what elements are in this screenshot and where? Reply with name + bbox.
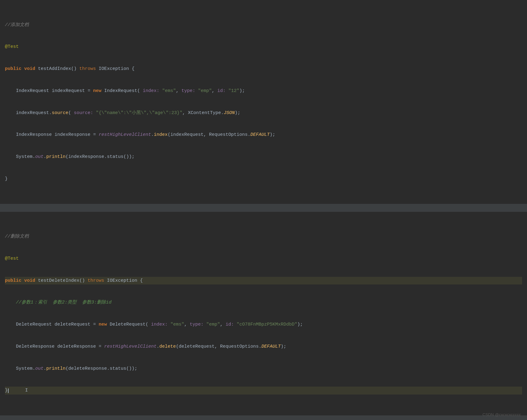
line-delete-comment: //删除文档 [5,233,522,240]
separator-2 [0,418,527,420]
comment-text: //添加文档 [5,22,29,28]
line-annotation: @Test [5,43,522,51]
watermark: CSDN @cxcxcxccccc [483,412,521,417]
line-delete-annotation: @Test [5,255,522,262]
line-param-comment: //参数1：索引 参数2:类型 参数3:删除id [5,299,522,306]
line-delete-resp: DeleteResponse deleteResponse = restHigh… [5,343,522,350]
annotation-text: @Test [5,44,19,49]
add-doc-code: //添加文档 @Test public void testAddIndex() … [0,3,527,201]
line-delete-method-sig: public void testDeleteIndex() throws IOE… [5,277,522,284]
line-source: indexRequest.source( source: "{\"name\":… [5,109,522,117]
delete-doc-section: //删除文档 @Test public void testDeleteIndex… [0,212,527,418]
line-index-resp: IndexResponse indexResponse = restHighLe… [5,131,522,139]
add-doc-section: //添加文档 @Test public void testAddIndex() … [0,0,527,206]
line-delete-close: } I [5,387,522,394]
separator-1 [0,206,527,212]
delete-annotation-text: @Test [5,256,19,261]
delete-comment-text: //删除文档 [5,234,29,239]
line-println: System.out.println(indexResponse.status(… [5,153,522,161]
line-method-sig: public void testAddIndex() throws IOExce… [5,65,522,73]
line-delete-println: System.out.println(deleteResponse.status… [5,365,522,372]
line-index-req: IndexRequest indexRequest = new IndexReq… [5,87,522,95]
delete-doc-code: //删除文档 @Test public void testDeleteIndex… [0,215,527,413]
line-delete-req: DeleteRequest deleteRequest = new Delete… [5,321,522,328]
line-comment: //添加文档 [5,21,522,29]
line-close-brace: } [5,175,522,183]
